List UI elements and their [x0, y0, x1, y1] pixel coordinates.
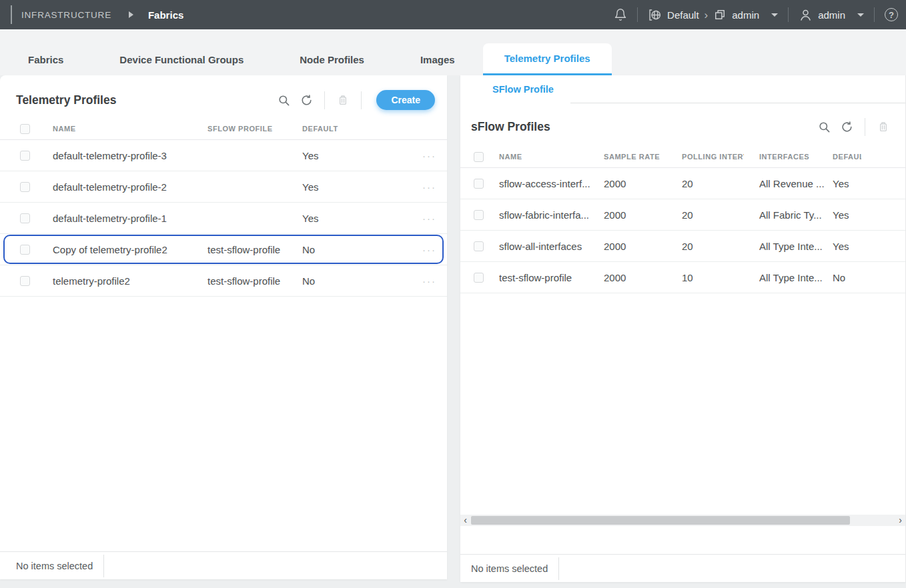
row-checkbox[interactable]	[20, 276, 30, 286]
toolbar-divider	[361, 91, 362, 109]
scroll-left-icon[interactable]: ‹	[460, 515, 470, 526]
create-button[interactable]: Create	[376, 90, 435, 110]
cell-name: telemetry-profile2	[53, 275, 207, 287]
telemetry-panel-header: Telemetry Profiles Create	[0, 75, 447, 118]
sflow-profiles-panel: SFlow Profile sFlow Profiles NAME SAMPLE…	[460, 75, 906, 582]
scrollbar-thumb[interactable]	[471, 516, 850, 525]
row-checkbox[interactable]	[474, 273, 484, 283]
row-checkbox[interactable]	[20, 182, 30, 192]
cell-polling-interval: 20	[682, 241, 759, 252]
horizontal-scrollbar[interactable]: ‹ ›	[460, 515, 905, 526]
more-actions-icon[interactable]: ···	[422, 213, 436, 224]
row-checkbox[interactable]	[20, 151, 30, 161]
tab-label: Device Functional Groups	[119, 54, 244, 65]
table-row[interactable]: sflow-fabric-interfa... 2000 20 All Fabr…	[460, 199, 905, 231]
cell-interfaces: All Type Inte...	[759, 241, 833, 252]
table-row[interactable]: default-telemetry-profile-3 Yes ···	[0, 140, 447, 171]
header-actions: Default › admin admin ?	[614, 7, 906, 22]
cluster-menu-label: admin	[732, 9, 759, 21]
cell-polling-interval: 20	[682, 209, 759, 221]
table-row[interactable]: default-telemetry-profile-1 Yes ···	[0, 203, 447, 234]
cell-name: default-telemetry-profile-1	[53, 213, 207, 224]
user-icon	[799, 8, 813, 22]
cell-default: Yes	[833, 209, 900, 221]
select-all-checkbox[interactable]	[20, 124, 30, 134]
cell-sflow-profile: test-sflow-profile	[207, 244, 302, 255]
cell-name: sflow-fabric-interfa...	[499, 209, 604, 221]
row-checkbox[interactable]	[20, 213, 30, 223]
toolbar-divider	[324, 91, 325, 109]
tab-telemetry-profiles[interactable]: Telemetry Profiles	[483, 43, 612, 75]
more-actions-icon[interactable]: ···	[422, 150, 436, 161]
tab-node-profiles[interactable]: Node Profiles	[272, 44, 392, 75]
sflow-table-header: NAME SAMPLE RATE POLLING INTERVAL INTERF…	[460, 146, 905, 168]
table-row[interactable]: telemetry-profile2 test-sflow-profile No…	[0, 265, 447, 297]
cell-default: Yes	[833, 178, 900, 189]
column-header-sflow-profile: SFLOW PROFILE	[207, 125, 302, 133]
bell-icon[interactable]	[614, 8, 627, 21]
table-row[interactable]: test-sflow-profile 2000 10 All Type Inte…	[460, 262, 905, 293]
refresh-icon[interactable]	[835, 117, 858, 137]
column-header-sample-rate: SAMPLE RATE	[604, 153, 682, 161]
status-divider	[558, 557, 559, 580]
tab-images[interactable]: Images	[392, 44, 483, 75]
chevron-down-icon	[857, 13, 864, 17]
user-menu[interactable]: admin	[799, 8, 864, 22]
status-text: No items selected	[16, 561, 93, 571]
fabric-selector-label: Default	[667, 9, 699, 21]
search-icon[interactable]	[813, 117, 835, 137]
more-actions-icon[interactable]: ···	[422, 275, 436, 287]
row-checkbox[interactable]	[20, 245, 30, 255]
sflow-status-bar: No items selected	[460, 554, 905, 582]
help-icon[interactable]: ?	[885, 8, 898, 21]
chevron-right-icon: ›	[705, 9, 709, 21]
telemetry-table-header: NAME SFLOW PROFILE DEFAULT	[0, 118, 447, 140]
user-menu-label: admin	[818, 9, 845, 21]
cell-sample-rate: 2000	[604, 178, 682, 189]
breadcrumb-section[interactable]: INFRASTRUCTURE	[21, 10, 111, 20]
sflow-panel-title: sFlow Profiles	[471, 120, 813, 134]
fabric-selector[interactable]: Default	[648, 8, 699, 22]
row-checkbox[interactable]	[474, 179, 484, 189]
header-divider	[637, 7, 638, 22]
table-row-selected[interactable]: Copy of telemetry-profile2 test-sflow-pr…	[0, 234, 447, 265]
cell-default: No	[302, 275, 407, 287]
row-checkbox[interactable]	[474, 241, 484, 251]
cell-default: Yes	[302, 213, 407, 224]
header-divider	[788, 7, 789, 22]
tab-fabrics[interactable]: Fabrics	[0, 44, 91, 75]
cell-name: Copy of telemetry-profile2	[53, 244, 207, 255]
tab-label: Telemetry Profiles	[504, 53, 590, 64]
cell-interfaces: All Fabric Ty...	[759, 209, 833, 221]
column-header-default: DEFAULT	[833, 153, 861, 161]
table-row[interactable]: default-telemetry-profile-2 Yes ···	[0, 171, 447, 203]
delete-icon[interactable]	[872, 117, 895, 137]
search-icon[interactable]	[272, 90, 295, 110]
column-header-default: DEFAULT	[302, 125, 407, 133]
tab-label: Node Profiles	[300, 54, 364, 65]
page-title: Fabrics	[148, 9, 183, 21]
cell-sample-rate: 2000	[604, 241, 682, 252]
chevron-down-icon	[771, 13, 778, 17]
detail-tabbar: SFlow Profile	[460, 75, 905, 103]
fabric-globe-icon	[648, 8, 662, 22]
tab-device-functional-groups[interactable]: Device Functional Groups	[91, 44, 272, 75]
select-all-checkbox[interactable]	[474, 152, 484, 162]
tab-sflow-profile[interactable]: SFlow Profile	[492, 84, 554, 95]
tab-label: Images	[420, 54, 455, 65]
telemetry-profiles-panel: Telemetry Profiles Create NAME SFLOW PRO…	[0, 75, 447, 579]
more-actions-icon[interactable]: ···	[422, 244, 436, 255]
scroll-right-icon[interactable]: ›	[895, 515, 905, 526]
more-actions-icon[interactable]: ···	[422, 181, 436, 193]
table-row[interactable]: sflow-all-interfaces 2000 20 All Type In…	[460, 231, 905, 262]
cell-interfaces: All Revenue ...	[759, 178, 833, 189]
cell-name: default-telemetry-profile-3	[53, 150, 207, 161]
cluster-menu[interactable]: admin	[713, 8, 778, 21]
delete-icon[interactable]	[332, 90, 354, 110]
refresh-icon[interactable]	[295, 90, 318, 110]
table-row[interactable]: sflow-access-interf... 2000 20 All Reven…	[460, 168, 905, 199]
cell-default: Yes	[302, 181, 407, 193]
breadcrumb: INFRASTRUCTURE Fabrics	[0, 5, 183, 24]
cell-interfaces: All Type Inte...	[759, 272, 833, 283]
row-checkbox[interactable]	[474, 210, 484, 220]
